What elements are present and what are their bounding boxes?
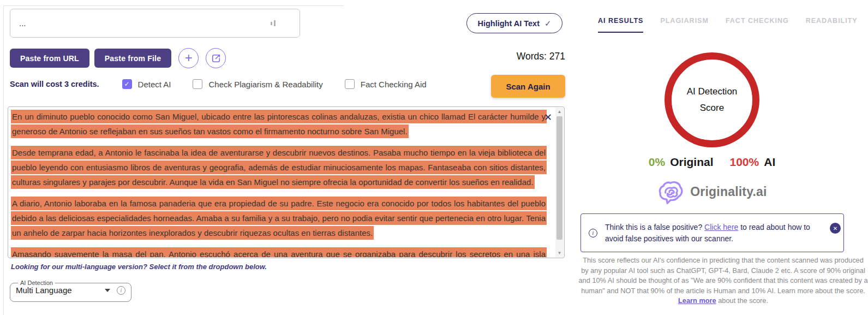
ai-percent: 100%	[730, 156, 759, 168]
brand-name: Originality.ai	[690, 185, 767, 199]
checkbox-check-plagiarism-readability[interactable]: Check Plagiarism & Readability	[193, 79, 322, 89]
results-tab-bar: AI RESULTSPLAGIARISMFACT CHECKINGREADABI…	[598, 17, 858, 33]
paste-from-file-button[interactable]: Paste from File	[94, 49, 171, 68]
score-circle-line1: AI Detection	[687, 84, 738, 100]
checkbox-label: Detect AI	[138, 80, 171, 89]
chevron-down-icon[interactable]	[105, 289, 110, 292]
checked-checkbox-icon[interactable]: ✓	[122, 79, 132, 89]
tab-plagiarism[interactable]: PLAGIARISM	[660, 17, 708, 33]
notice-text: Think this is a false positive? Click he…	[605, 222, 822, 245]
checkbox-fact-checking-aid[interactable]: Fact Checking Aid	[345, 79, 427, 89]
paste-from-url-button[interactable]: Paste from URL	[10, 49, 89, 68]
original-percent: 0%	[649, 156, 665, 168]
close-icon[interactable]: ✕	[830, 223, 841, 234]
brain-icon	[657, 180, 684, 204]
click-here-link[interactable]: Click here	[704, 223, 738, 231]
info-icon[interactable]: i	[117, 286, 125, 295]
score-circle-line2: Score	[700, 100, 724, 116]
tab-ai-results[interactable]: AI RESULTS	[598, 17, 643, 33]
false-positive-notice: i Think this is a false positive? Click …	[580, 213, 844, 252]
word-count: Words: 271	[466, 51, 565, 62]
panel-edge-left	[3, 5, 4, 315]
ai-detection-score-ring: AI Detection Score	[665, 52, 759, 147]
unchecked-checkbox-icon[interactable]	[193, 79, 202, 89]
scanned-text-editor[interactable]: En un diminuto pueblo conocido como San …	[8, 106, 565, 258]
checkbox-label: Fact Checking Aid	[361, 80, 427, 89]
multi-language-note: Looking for our multi-language version? …	[11, 263, 267, 271]
share-icon[interactable]	[206, 48, 226, 68]
tab-readability[interactable]: READABILITY	[806, 17, 858, 33]
scroll-down-icon[interactable]: ▼	[555, 251, 564, 255]
add-icon[interactable]: +	[178, 48, 199, 68]
highlighted-paragraph: A diario, Antonio laboraba en la famosa …	[11, 196, 547, 240]
scan-options-row: Scan will cost 3 credits. ✓Detect AIChec…	[10, 79, 448, 89]
ai-label: AI	[764, 156, 775, 168]
scroll-up-icon[interactable]: ▲	[555, 109, 564, 114]
brand-row: Originality.ai	[581, 180, 843, 204]
score-percentages: 0%Original100%AI	[581, 156, 843, 169]
score-description: This score reflects our AI's confidence …	[578, 255, 868, 306]
scan-option-checkboxes: ✓Detect AICheck Plagiarism & Readability…	[122, 79, 448, 89]
highlighted-paragraph: Amasando suavemente la masa del pan, Ant…	[11, 247, 547, 257]
ai-detection-language-dropdown[interactable]: AI Detection Multi Language i	[10, 280, 131, 302]
dropdown-value: Multi Language	[16, 286, 105, 295]
check-icon: ✓	[544, 19, 552, 28]
paste-cursor-icon	[271, 20, 276, 26]
highlighted-paragraph: En un diminuto pueblo conocido como San …	[11, 109, 547, 139]
highlight-button-label: Highlight AI Text	[477, 19, 540, 28]
scan-title-value: ...	[19, 19, 271, 28]
tab-fact-checking[interactable]: FACT CHECKING	[726, 17, 789, 33]
highlighted-text-area: En un diminuto pueblo conocido como San …	[11, 109, 547, 257]
panel-edge-top	[3, 5, 344, 6]
checkbox-detect-ai[interactable]: ✓Detect AI	[122, 79, 171, 89]
clear-text-icon[interactable]: ✕	[544, 111, 552, 123]
highlighted-paragraph: Desde temprana edad, a Antonio le fascin…	[11, 145, 547, 189]
credits-note: Scan will cost 3 credits.	[10, 80, 99, 88]
learn-more-link[interactable]: Learn more	[678, 296, 716, 305]
original-label: Original	[670, 156, 713, 168]
scan-again-button[interactable]: Scan Again	[491, 75, 565, 98]
highlight-ai-text-button[interactable]: Highlight AI Text ✓	[466, 13, 562, 33]
originality-ai-scan-page: ... Paste from URL Paste from File + Sca…	[0, 0, 868, 315]
unchecked-checkbox-icon[interactable]	[345, 79, 355, 89]
editor-scrollbar[interactable]: ▲ ▼	[555, 108, 564, 257]
scan-title-input[interactable]: ...	[10, 9, 300, 38]
paste-actions-row: Paste from URL Paste from File +	[10, 48, 226, 68]
scrollbar-thumb[interactable]	[556, 116, 562, 240]
checkbox-label: Check Plagiarism & Readability	[208, 80, 322, 89]
info-icon: i	[589, 229, 597, 237]
